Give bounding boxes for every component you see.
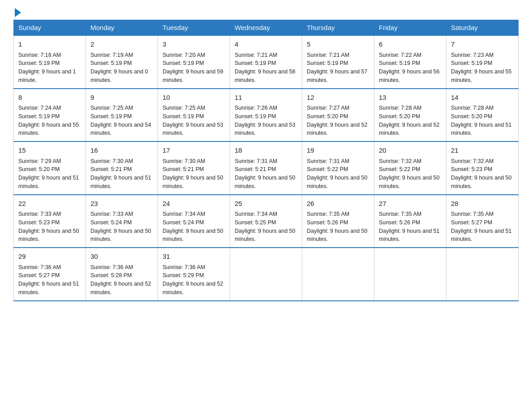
sunset-info: Sunset: 5:20 PM bbox=[451, 113, 492, 120]
calendar-cell: 26Sunrise: 7:35 AMSunset: 5:26 PMDayligh… bbox=[302, 195, 374, 248]
page-header bbox=[13, 9, 519, 15]
sunrise-info: Sunrise: 7:30 AM bbox=[163, 158, 205, 164]
calendar-week-row: 15Sunrise: 7:29 AMSunset: 5:20 PMDayligh… bbox=[14, 141, 519, 195]
calendar-cell: 31Sunrise: 7:36 AMSunset: 5:29 PMDayligh… bbox=[158, 248, 230, 301]
sunrise-info: Sunrise: 7:36 AM bbox=[90, 264, 133, 270]
sunset-info: Sunset: 5:19 PM bbox=[90, 113, 132, 120]
sunset-info: Sunset: 5:26 PM bbox=[307, 219, 348, 226]
weekday-header-tuesday: Tuesday bbox=[158, 20, 230, 36]
calendar-cell: 27Sunrise: 7:35 AMSunset: 5:26 PMDayligh… bbox=[374, 195, 446, 248]
sunrise-info: Sunrise: 7:31 AM bbox=[235, 158, 277, 164]
sunrise-info: Sunrise: 7:22 AM bbox=[379, 52, 421, 58]
sunset-info: Sunset: 5:19 PM bbox=[18, 113, 60, 120]
day-number: 6 bbox=[379, 39, 442, 50]
calendar-week-row: 22Sunrise: 7:33 AMSunset: 5:23 PMDayligh… bbox=[14, 195, 519, 248]
calendar-header-row: SundayMondayTuesdayWednesdayThursdayFrid… bbox=[14, 20, 519, 36]
day-number: 2 bbox=[90, 39, 153, 50]
sunset-info: Sunset: 5:20 PM bbox=[18, 166, 60, 172]
calendar-week-row: 29Sunrise: 7:36 AMSunset: 5:27 PMDayligh… bbox=[14, 248, 519, 301]
sunrise-info: Sunrise: 7:34 AM bbox=[163, 211, 205, 217]
sunset-info: Sunset: 5:22 PM bbox=[307, 166, 348, 172]
sunset-info: Sunset: 5:19 PM bbox=[163, 113, 204, 120]
daylight-info: Daylight: 9 hours and 50 minutes. bbox=[379, 175, 440, 189]
sunset-info: Sunset: 5:21 PM bbox=[163, 166, 204, 172]
logo-arrow-icon bbox=[15, 8, 21, 17]
sunset-info: Sunset: 5:19 PM bbox=[90, 60, 132, 66]
day-number: 30 bbox=[90, 252, 153, 262]
calendar-cell bbox=[230, 248, 302, 301]
calendar-cell: 15Sunrise: 7:29 AMSunset: 5:20 PMDayligh… bbox=[14, 141, 86, 195]
logo bbox=[13, 9, 21, 15]
calendar-cell: 18Sunrise: 7:31 AMSunset: 5:21 PMDayligh… bbox=[230, 141, 302, 195]
day-number: 3 bbox=[163, 39, 225, 50]
day-number: 8 bbox=[18, 93, 81, 103]
day-number: 24 bbox=[163, 199, 225, 209]
calendar-cell: 23Sunrise: 7:33 AMSunset: 5:24 PMDayligh… bbox=[86, 195, 158, 248]
day-number: 15 bbox=[18, 146, 81, 156]
day-number: 9 bbox=[90, 93, 153, 103]
sunrise-info: Sunrise: 7:18 AM bbox=[18, 52, 61, 58]
sunset-info: Sunset: 5:23 PM bbox=[18, 219, 60, 226]
day-number: 16 bbox=[90, 146, 153, 156]
sunrise-info: Sunrise: 7:33 AM bbox=[90, 211, 133, 217]
calendar-cell: 9Sunrise: 7:25 AMSunset: 5:19 PMDaylight… bbox=[86, 89, 158, 142]
daylight-info: Daylight: 9 hours and 50 minutes. bbox=[307, 175, 368, 189]
calendar-cell: 20Sunrise: 7:32 AMSunset: 5:22 PMDayligh… bbox=[374, 141, 446, 195]
daylight-info: Daylight: 9 hours and 52 minutes. bbox=[307, 122, 368, 137]
calendar-cell: 8Sunrise: 7:24 AMSunset: 5:19 PMDaylight… bbox=[14, 89, 86, 142]
day-number: 25 bbox=[235, 199, 297, 209]
calendar-cell bbox=[446, 248, 519, 301]
daylight-info: Daylight: 9 hours and 51 minutes. bbox=[451, 122, 512, 137]
sunrise-info: Sunrise: 7:24 AM bbox=[18, 105, 61, 111]
daylight-info: Daylight: 9 hours and 59 minutes. bbox=[163, 68, 223, 83]
sunrise-info: Sunrise: 7:21 AM bbox=[235, 52, 277, 58]
daylight-info: Daylight: 9 hours and 51 minutes. bbox=[451, 228, 512, 243]
calendar-cell: 24Sunrise: 7:34 AMSunset: 5:24 PMDayligh… bbox=[158, 195, 230, 248]
daylight-info: Daylight: 9 hours and 52 minutes. bbox=[90, 281, 151, 295]
calendar-cell: 22Sunrise: 7:33 AMSunset: 5:23 PMDayligh… bbox=[14, 195, 86, 248]
calendar-cell: 10Sunrise: 7:25 AMSunset: 5:19 PMDayligh… bbox=[158, 89, 230, 142]
calendar-cell: 12Sunrise: 7:27 AMSunset: 5:20 PMDayligh… bbox=[302, 89, 374, 142]
daylight-info: Daylight: 9 hours and 51 minutes. bbox=[18, 175, 79, 189]
sunrise-info: Sunrise: 7:35 AM bbox=[379, 211, 421, 217]
daylight-info: Daylight: 9 hours and 50 minutes. bbox=[163, 175, 223, 189]
sunset-info: Sunset: 5:19 PM bbox=[451, 60, 492, 66]
calendar-cell: 14Sunrise: 7:28 AMSunset: 5:20 PMDayligh… bbox=[446, 89, 519, 142]
sunrise-info: Sunrise: 7:28 AM bbox=[379, 105, 421, 111]
sunset-info: Sunset: 5:28 PM bbox=[90, 272, 132, 278]
daylight-info: Daylight: 9 hours and 53 minutes. bbox=[235, 122, 296, 137]
sunset-info: Sunset: 5:19 PM bbox=[18, 60, 60, 66]
day-number: 28 bbox=[451, 199, 514, 209]
sunset-info: Sunset: 5:19 PM bbox=[379, 60, 420, 66]
daylight-info: Daylight: 9 hours and 0 minutes. bbox=[90, 68, 148, 83]
calendar-cell: 21Sunrise: 7:32 AMSunset: 5:23 PMDayligh… bbox=[446, 141, 519, 195]
weekday-header-wednesday: Wednesday bbox=[230, 20, 302, 36]
sunset-info: Sunset: 5:24 PM bbox=[163, 219, 204, 226]
daylight-info: Daylight: 9 hours and 50 minutes. bbox=[235, 175, 296, 189]
sunrise-info: Sunrise: 7:35 AM bbox=[307, 211, 349, 217]
calendar-cell: 17Sunrise: 7:30 AMSunset: 5:21 PMDayligh… bbox=[158, 141, 230, 195]
day-number: 5 bbox=[307, 39, 369, 50]
calendar-cell: 25Sunrise: 7:34 AMSunset: 5:25 PMDayligh… bbox=[230, 195, 302, 248]
calendar-cell: 13Sunrise: 7:28 AMSunset: 5:20 PMDayligh… bbox=[374, 89, 446, 142]
calendar-cell: 30Sunrise: 7:36 AMSunset: 5:28 PMDayligh… bbox=[86, 248, 158, 301]
sunset-info: Sunset: 5:27 PM bbox=[18, 272, 60, 278]
calendar-cell: 3Sunrise: 7:20 AMSunset: 5:19 PMDaylight… bbox=[158, 35, 230, 89]
sunrise-info: Sunrise: 7:34 AM bbox=[235, 211, 277, 217]
sunrise-info: Sunrise: 7:36 AM bbox=[163, 264, 205, 270]
sunrise-info: Sunrise: 7:23 AM bbox=[451, 52, 493, 58]
day-number: 14 bbox=[451, 93, 514, 103]
sunset-info: Sunset: 5:19 PM bbox=[235, 113, 276, 120]
calendar-cell: 4Sunrise: 7:21 AMSunset: 5:19 PMDaylight… bbox=[230, 35, 302, 89]
sunrise-info: Sunrise: 7:35 AM bbox=[451, 211, 493, 217]
sunrise-info: Sunrise: 7:25 AM bbox=[163, 105, 205, 111]
sunrise-info: Sunrise: 7:32 AM bbox=[451, 158, 493, 164]
calendar-week-row: 1Sunrise: 7:18 AMSunset: 5:19 PMDaylight… bbox=[14, 35, 519, 89]
daylight-info: Daylight: 9 hours and 53 minutes. bbox=[163, 122, 223, 137]
sunrise-info: Sunrise: 7:20 AM bbox=[163, 52, 205, 58]
calendar-cell: 16Sunrise: 7:30 AMSunset: 5:21 PMDayligh… bbox=[86, 141, 158, 195]
calendar-week-row: 8Sunrise: 7:24 AMSunset: 5:19 PMDaylight… bbox=[14, 89, 519, 142]
day-number: 19 bbox=[307, 146, 369, 156]
sunrise-info: Sunrise: 7:28 AM bbox=[451, 105, 493, 111]
calendar-cell: 5Sunrise: 7:21 AMSunset: 5:19 PMDaylight… bbox=[302, 35, 374, 89]
